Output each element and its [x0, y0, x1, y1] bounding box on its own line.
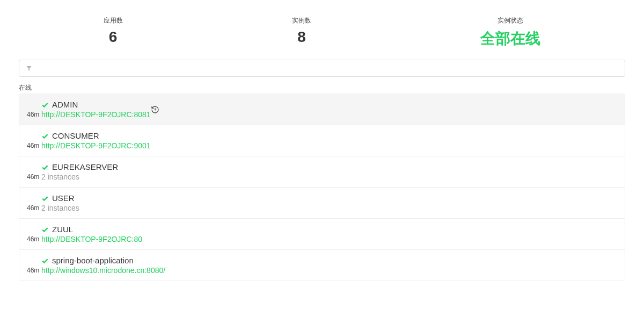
- app-name: USER: [52, 193, 75, 203]
- check-icon: [41, 195, 49, 202]
- filter-box[interactable]: [19, 60, 625, 77]
- stats-row: 应用数 6 实例数 8 实例状态 全部在线: [19, 0, 625, 60]
- app-name: ADMIN: [52, 100, 78, 109]
- filter-input[interactable]: [38, 64, 618, 73]
- check-icon: [41, 101, 49, 109]
- app-row[interactable]: 46mZUULhttp://DESKTOP-9F2OJRC:80: [19, 218, 625, 249]
- stat-status-label: 实例状态: [480, 16, 540, 25]
- stat-apps-value: 6: [104, 28, 123, 46]
- stat-apps: 应用数 6: [104, 16, 123, 49]
- app-name: ZUUL: [52, 225, 73, 234]
- section-label-online: 在线: [19, 83, 625, 92]
- app-list: 46mADMINhttp://DESKTOP-9F2OJRC:808146mCO…: [19, 94, 625, 281]
- app-name: CONSUMER: [52, 131, 99, 140]
- app-uptime: 46m: [27, 111, 41, 118]
- app-uptime: 46m: [27, 142, 41, 149]
- check-icon: [41, 257, 49, 264]
- app-url[interactable]: http://windows10.microdone.cn:8080/: [41, 266, 165, 275]
- check-icon: [41, 163, 49, 171]
- stat-status-value: 全部在线: [480, 28, 540, 49]
- stat-apps-label: 应用数: [104, 16, 123, 25]
- app-instance-count: 2 instances: [41, 173, 118, 181]
- stat-instances-value: 8: [292, 28, 311, 46]
- check-icon: [41, 226, 49, 233]
- check-icon: [41, 132, 49, 140]
- filter-icon: [26, 65, 32, 71]
- app-row[interactable]: 46mCONSUMERhttp://DESKTOP-9F2OJRC:9001: [19, 125, 625, 156]
- app-uptime: 46m: [27, 235, 41, 243]
- app-name: spring-boot-application: [52, 256, 134, 265]
- app-uptime: 46m: [27, 173, 41, 181]
- app-row[interactable]: 46mEUREKASERVER2 instances: [19, 156, 625, 187]
- history-icon[interactable]: [151, 105, 159, 114]
- app-url[interactable]: http://DESKTOP-9F2OJRC:9001: [41, 141, 151, 150]
- app-row[interactable]: 46mUSER2 instances: [19, 187, 625, 218]
- app-row[interactable]: 46mspring-boot-applicationhttp://windows…: [19, 249, 625, 281]
- app-row[interactable]: 46mADMINhttp://DESKTOP-9F2OJRC:8081: [19, 94, 625, 125]
- app-uptime: 46m: [27, 267, 41, 274]
- app-url[interactable]: http://DESKTOP-9F2OJRC:80: [41, 235, 142, 243]
- app-uptime: 46m: [27, 204, 41, 212]
- app-url[interactable]: http://DESKTOP-9F2OJRC:8081: [41, 110, 151, 119]
- stat-instances: 实例数 8: [292, 16, 311, 49]
- app-name: EUREKASERVER: [52, 162, 118, 171]
- stat-status: 实例状态 全部在线: [480, 16, 540, 49]
- stat-instances-label: 实例数: [292, 16, 311, 25]
- app-instance-count: 2 instances: [41, 204, 79, 212]
